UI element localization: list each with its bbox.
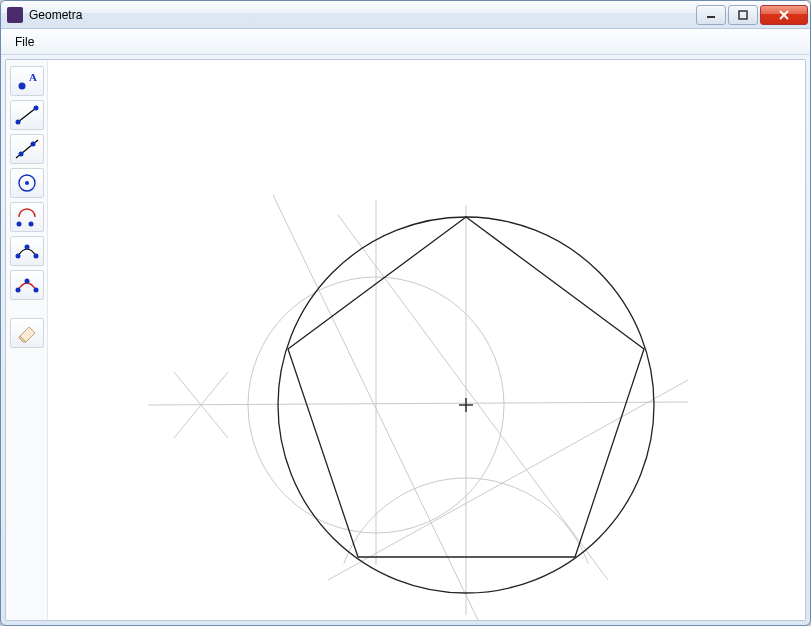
content-area: A: [5, 59, 806, 621]
svg-point-20: [25, 279, 30, 284]
svg-point-4: [19, 83, 26, 90]
maximize-icon: [738, 10, 748, 20]
svg-point-17: [25, 245, 30, 250]
svg-rect-1: [739, 11, 747, 19]
svg-point-8: [34, 106, 39, 111]
svg-point-11: [31, 142, 36, 147]
window-title: Geometra: [29, 8, 694, 22]
minimize-icon: [706, 10, 716, 20]
arc-3point-icon: [15, 240, 39, 262]
maximize-button[interactable]: [728, 5, 758, 25]
close-icon: [778, 9, 790, 21]
titlebar: Geometra: [1, 1, 810, 29]
eraser-tool[interactable]: [10, 318, 44, 348]
toolbox: A: [6, 60, 48, 620]
app-icon: [7, 7, 23, 23]
eraser-icon: [15, 322, 39, 344]
svg-point-7: [16, 120, 21, 125]
svg-line-26: [338, 215, 608, 580]
segment-tool[interactable]: [10, 100, 44, 130]
svg-line-22: [148, 402, 688, 405]
svg-text:A: A: [29, 71, 37, 83]
drawing-svg: [48, 60, 805, 620]
circle-tool[interactable]: [10, 168, 44, 198]
app-window: Geometra File A: [0, 0, 811, 626]
arc-red-tool[interactable]: [10, 270, 44, 300]
arc-red-icon: [15, 274, 39, 296]
minimize-button[interactable]: [696, 5, 726, 25]
arc-center-icon: [15, 206, 39, 228]
arc-3point-tool[interactable]: [10, 236, 44, 266]
point-icon: A: [15, 70, 39, 92]
window-controls: [694, 5, 808, 25]
arc-center-tool[interactable]: [10, 202, 44, 232]
close-button[interactable]: [760, 5, 808, 25]
menubar: File: [1, 29, 810, 55]
svg-point-19: [16, 288, 21, 293]
point-tool[interactable]: A: [10, 66, 44, 96]
svg-point-14: [17, 222, 22, 227]
drawing-canvas[interactable]: [48, 60, 805, 620]
svg-point-15: [29, 222, 34, 227]
segment-icon: [15, 104, 39, 126]
menu-file[interactable]: File: [7, 33, 42, 51]
svg-point-21: [34, 288, 39, 293]
circle-icon: [15, 172, 39, 194]
svg-point-18: [34, 254, 39, 259]
svg-line-6: [18, 108, 36, 122]
svg-point-16: [16, 254, 21, 259]
line-icon: [15, 138, 39, 160]
line-tool[interactable]: [10, 134, 44, 164]
svg-point-10: [19, 152, 24, 157]
svg-point-13: [25, 181, 29, 185]
svg-line-27: [328, 380, 688, 580]
